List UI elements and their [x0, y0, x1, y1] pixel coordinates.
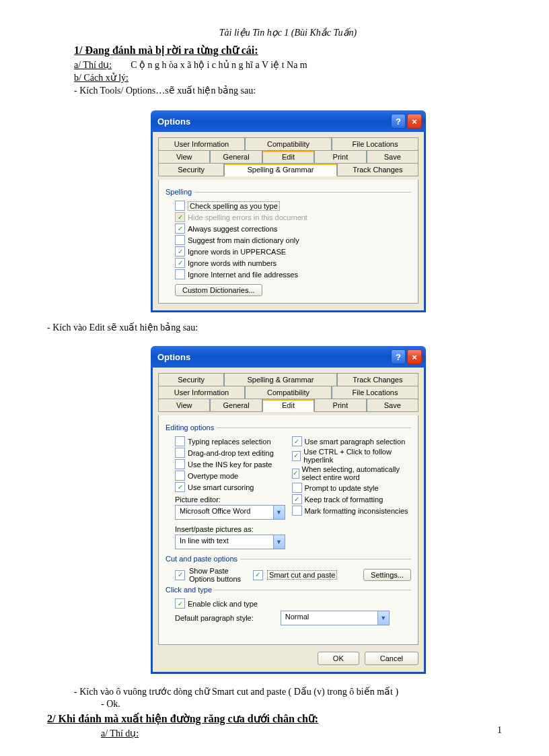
opt-typing-replaces[interactable]: Typing replaces selection: [188, 438, 271, 446]
opt-keep-track[interactable]: Keep track of formatting: [305, 495, 383, 504]
checkbox[interactable]: ✓: [292, 469, 299, 479]
checkbox[interactable]: [292, 506, 302, 516]
close-button[interactable]: ×: [407, 349, 422, 364]
opt-suggest[interactable]: Always suggest corrections: [188, 225, 277, 233]
chevron-down-icon[interactable]: ▼: [273, 506, 285, 519]
opt-prompt-update[interactable]: Prompt to update style: [305, 484, 379, 492]
opt-hide-errors: Hide spelling errors in this document: [188, 213, 307, 221]
opt-uppercase[interactable]: Ignore words in UPPERCASE: [188, 248, 286, 256]
label-paragraph-style: Default paragraph style:: [175, 614, 254, 622]
label-picture-editor: Picture editor:: [166, 493, 285, 505]
checkbox[interactable]: [175, 436, 185, 446]
opt-smart-cursor[interactable]: Use smart cursoring: [188, 483, 254, 491]
checkbox[interactable]: ✓: [175, 482, 185, 492]
combo-picture-editor[interactable]: Microsoft Office Word▼: [175, 505, 285, 520]
checkbox[interactable]: [175, 201, 185, 211]
text-line: b/ Cách xử lý:: [74, 72, 502, 83]
tab-compatibility[interactable]: Compatibility: [245, 386, 332, 399]
checkbox[interactable]: [175, 235, 185, 245]
cancel-button[interactable]: Cancel: [365, 652, 418, 665]
checkbox[interactable]: ✓: [175, 246, 185, 256]
checkbox[interactable]: [175, 471, 185, 481]
opt-mark-formatting[interactable]: Mark formatting inconsistencies: [305, 507, 408, 515]
tab-user-information[interactable]: User Information: [158, 137, 245, 151]
tab-print[interactable]: Print: [314, 150, 366, 164]
tab-general[interactable]: General: [210, 399, 262, 412]
text-line: - Ok.: [101, 699, 502, 710]
opt-numbers[interactable]: Ignore words with numbers: [188, 259, 277, 267]
label-insert-pictures: Insert/paste pictures as:: [166, 522, 285, 535]
opt-main-dict[interactable]: Suggest from main dictionary only: [188, 236, 299, 244]
checkbox[interactable]: ✓: [292, 494, 302, 504]
checkbox[interactable]: [175, 459, 185, 469]
text-line: - Kích vào ô vuông trước dòng chữ Smart …: [74, 686, 502, 697]
ok-button[interactable]: OK: [318, 652, 359, 665]
tab-track-changes[interactable]: Track Changes: [337, 163, 418, 176]
opt-ctrl-click[interactable]: Use CTRL + Click to follow hyperlink: [303, 448, 411, 464]
checkbox[interactable]: ✓: [175, 224, 185, 234]
section-cut-paste: Cut and paste options: [166, 555, 411, 563]
text-line: - Kích vào Edit sẽ xuất hiện bảng sau:: [47, 322, 502, 333]
close-button[interactable]: ×: [407, 114, 422, 129]
checkbox[interactable]: ✓: [175, 258, 185, 268]
combo-paragraph-style[interactable]: Normal▼: [281, 611, 390, 625]
tab-general[interactable]: General: [210, 150, 262, 164]
tab-spelling-grammar[interactable]: Spelling & Grammar: [224, 373, 336, 386]
doc-header: Tài liệu Tin học 1 (Bùi Khắc Tuấn): [74, 27, 502, 38]
checkbox[interactable]: ✓: [292, 451, 301, 461]
opt-ins-key[interactable]: Use the INS key for paste: [188, 460, 272, 469]
tab-compatibility[interactable]: Compatibility: [245, 137, 332, 151]
opt-overtype[interactable]: Overtype mode: [188, 472, 238, 480]
tab-view[interactable]: View: [158, 399, 210, 412]
dialog-titlebar[interactable]: Options ? ×: [151, 346, 426, 368]
checkbox[interactable]: [175, 269, 185, 279]
chevron-down-icon[interactable]: ▼: [273, 535, 285, 549]
text-line: a/ Thí dụ:: [101, 728, 502, 739]
opt-smart-paragraph[interactable]: Use smart paragraph selection: [305, 438, 406, 446]
dialog-titlebar[interactable]: Options ? ×: [151, 110, 426, 132]
opt-smart-cut-paste[interactable]: Smart cut and paste: [267, 570, 337, 580]
tab-user-information[interactable]: User Information: [158, 386, 245, 399]
opt-drag-drop[interactable]: Drag-and-drop text editing: [188, 449, 274, 457]
tab-edit[interactable]: Edit: [262, 399, 314, 412]
custom-dictionaries-button[interactable]: Custom Dictionaries...: [175, 284, 262, 296]
dialog-title: Options: [157, 116, 190, 127]
tab-track-changes[interactable]: Track Changes: [337, 373, 418, 386]
opt-internet[interactable]: Ignore Internet and file addresses: [188, 271, 298, 279]
section1-title: 1/ Đang đánh mà bị rời ra từng chữ cái:: [74, 44, 502, 57]
combo-insert-pictures[interactable]: In line with text▼: [175, 535, 285, 549]
page-number: 1: [497, 725, 502, 736]
checkbox: ✓: [175, 212, 185, 222]
help-button[interactable]: ?: [391, 349, 406, 364]
tab-print[interactable]: Print: [314, 399, 366, 412]
opt-show-paste[interactable]: Show Paste Options buttons: [189, 567, 249, 583]
tab-edit[interactable]: Edit: [262, 150, 314, 164]
section-spelling: Spelling: [166, 188, 411, 196]
text-line: a/ Thí dụ: C ộ n g h òa x ã hộ i c hủ n …: [74, 59, 502, 71]
tab-save[interactable]: Save: [367, 150, 418, 164]
tab-security[interactable]: Security: [158, 163, 224, 176]
opt-enable-click[interactable]: Enable click and type: [188, 600, 258, 608]
checkbox[interactable]: ✓: [175, 570, 185, 580]
opt-check-spelling[interactable]: Check spelling as you type: [188, 201, 280, 211]
checkbox[interactable]: [175, 448, 185, 458]
help-button[interactable]: ?: [391, 114, 406, 129]
tab-security[interactable]: Security: [158, 373, 224, 386]
checkbox[interactable]: [292, 483, 302, 493]
tab-view[interactable]: View: [158, 150, 210, 164]
tab-file-locations[interactable]: File Locations: [332, 137, 418, 151]
checkbox[interactable]: ✓: [175, 598, 185, 609]
text-line: - Kích Tools/ Options…sẽ xuất hiện bảng …: [74, 85, 502, 96]
section2-title: 2/ Khi đánh mà xuất hiện đường răng cưa …: [47, 712, 502, 725]
section-click-type: Click and type: [166, 586, 411, 594]
section-editing: Editing options: [166, 423, 411, 432]
tab-save[interactable]: Save: [367, 399, 418, 412]
checkbox[interactable]: ✓: [292, 436, 302, 446]
opt-select-word[interactable]: When selecting, automatically select ent…: [302, 465, 412, 481]
dialog-title: Options: [157, 352, 190, 362]
checkbox[interactable]: ✓: [253, 570, 263, 580]
settings-button[interactable]: Settings...: [363, 569, 411, 581]
tab-spelling-grammar[interactable]: Spelling & Grammar: [224, 163, 336, 176]
chevron-down-icon[interactable]: ▼: [377, 611, 389, 625]
tab-file-locations[interactable]: File Locations: [332, 386, 418, 399]
